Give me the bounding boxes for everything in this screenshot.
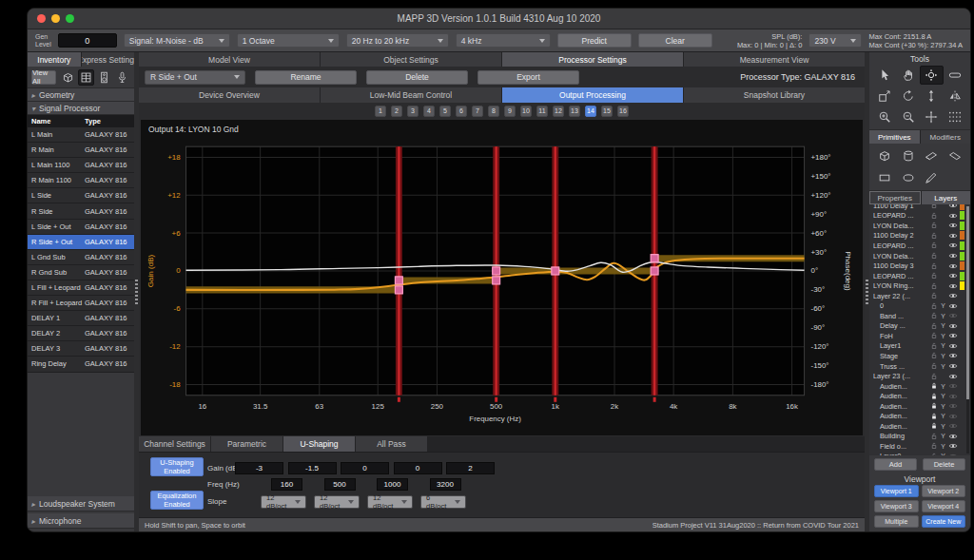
table-row-l-side-out[interactable]: L Side + OutGALAXY 816 xyxy=(28,220,134,235)
lock-open-icon[interactable] xyxy=(929,292,939,299)
output-button-6[interactable]: 6 xyxy=(456,106,467,117)
eye-icon[interactable] xyxy=(947,204,959,210)
output-button-11[interactable]: 11 xyxy=(536,106,548,117)
eye-icon[interactable] xyxy=(947,321,959,331)
eye-icon[interactable] xyxy=(947,331,959,340)
rectangle-primitive-button[interactable] xyxy=(873,168,897,187)
slope-dropdown-3[interactable]: 12 dB/oct xyxy=(367,495,413,509)
table-row-l-side[interactable]: L SideGALAXY 816 xyxy=(28,188,134,203)
eye-icon[interactable] xyxy=(947,421,959,431)
microphone-filter-button[interactable] xyxy=(114,69,130,86)
tab-device-overview[interactable]: Device Overview xyxy=(139,87,320,103)
scale-tool-button[interactable] xyxy=(873,87,897,106)
layer-row-leopard[interactable]: LEOPARD ... xyxy=(869,241,965,251)
delete-layer-button[interactable]: Delete xyxy=(923,458,965,471)
orbit-tool-button[interactable] xyxy=(920,66,944,85)
move-tool-button[interactable] xyxy=(920,107,944,126)
layer-row-1100-delay-3[interactable]: 1100 Delay 3 xyxy=(869,261,965,271)
layer-row-layer1[interactable]: Layer1Y xyxy=(869,341,965,352)
eye-icon[interactable] xyxy=(947,211,959,221)
layer-row-lyon-ring[interactable]: LYON Ring... xyxy=(869,280,965,291)
layer-row-building[interactable]: BuildingY xyxy=(869,432,965,442)
freq-input-3[interactable]: 1000 xyxy=(377,478,408,491)
eye-icon[interactable] xyxy=(947,341,959,351)
table-row-ring-delay[interactable]: Ring DelayGALAXY 816 xyxy=(28,357,134,372)
lock-open-icon[interactable] xyxy=(929,442,939,450)
eye-icon[interactable] xyxy=(947,432,959,441)
lock-open-icon[interactable] xyxy=(929,212,939,220)
eye-icon[interactable] xyxy=(947,241,959,250)
slope-dropdown-2[interactable]: 12 dB/oct xyxy=(314,495,360,509)
lock-open-icon[interactable] xyxy=(929,241,939,249)
layer-row-delay[interactable]: Delay ...Y xyxy=(869,321,965,332)
eq-handle[interactable] xyxy=(651,267,658,275)
tab-all-pass[interactable]: All Pass xyxy=(356,436,427,452)
output-button-5[interactable]: 5 xyxy=(439,106,451,117)
tab-inventory[interactable]: Inventory xyxy=(28,52,81,67)
table-row-l-gnd-sub[interactable]: L Gnd SubGALAXY 816 xyxy=(28,250,134,265)
section-loudspeaker-system[interactable]: Loudspeaker System xyxy=(28,496,134,512)
viewport-button-1[interactable]: Viewport 1 xyxy=(874,485,919,497)
export-button[interactable]: Export xyxy=(477,70,579,85)
layer-row-lyon-dela[interactable]: LYON Dela... xyxy=(869,251,965,261)
slope-dropdown-1[interactable]: 12 dB/oct xyxy=(261,495,306,509)
tab-measurement-view[interactable]: Measurement View xyxy=(684,52,865,67)
gain-input-1[interactable]: -3 xyxy=(235,462,283,474)
slope-dropdown-4[interactable]: 6 dB/oct xyxy=(420,495,466,509)
layer-row-leopard[interactable]: LEOPARD ... xyxy=(869,271,965,281)
cube-primitive-button[interactable] xyxy=(873,146,897,165)
lock-open-icon[interactable] xyxy=(929,282,939,290)
lock-closed-icon[interactable] xyxy=(929,422,939,430)
lock-closed-icon[interactable] xyxy=(929,413,939,420)
tab-model-view[interactable]: Model View xyxy=(139,52,320,67)
layer-row-field-o[interactable]: Field o...Y xyxy=(869,441,965,452)
ellipse-primitive-button[interactable] xyxy=(897,168,921,187)
eye-icon[interactable] xyxy=(947,261,959,271)
gain-input-5[interactable]: 2 xyxy=(446,462,495,474)
gain-input-4[interactable]: 0 xyxy=(394,462,442,474)
octave-dropdown[interactable]: 1 Octave xyxy=(237,33,340,48)
section-signal-processor[interactable]: Signal Processor xyxy=(28,102,134,115)
tab-output-processing[interactable]: Output Processing xyxy=(502,87,683,103)
table-row-r-main-1100[interactable]: R Main 1100GALAXY 816 xyxy=(28,173,134,188)
tab-modifiers[interactable]: Modifiers xyxy=(921,130,971,144)
equalization-enabled-toggle[interactable]: Equalization Enabled xyxy=(150,491,204,510)
lock-open-icon[interactable] xyxy=(929,204,939,209)
lock-open-icon[interactable] xyxy=(929,362,939,370)
output-button-12[interactable]: 12 xyxy=(553,106,564,117)
lock-closed-icon[interactable] xyxy=(929,382,939,390)
tab-low-mid-beam-control[interactable]: Low-Mid Beam Control xyxy=(321,87,501,103)
eye-icon[interactable] xyxy=(947,401,959,411)
output-button-14[interactable]: 14 xyxy=(585,106,596,117)
layer-row-stage[interactable]: StageY xyxy=(869,351,965,361)
layers-scrollbar[interactable] xyxy=(966,206,969,454)
predict-button[interactable]: Predict xyxy=(557,33,632,48)
eye-icon[interactable] xyxy=(947,271,959,280)
eye-icon[interactable] xyxy=(947,311,959,320)
pencil-primitive-button[interactable] xyxy=(920,168,944,187)
layer-row-audien[interactable]: Audien...Y xyxy=(869,381,965,392)
layer-row-foh[interactable]: FoHY xyxy=(869,331,965,341)
eye-icon[interactable] xyxy=(947,412,959,421)
eye-icon[interactable] xyxy=(947,441,959,451)
layer-row-lyon-dela[interactable]: LYON Dela... xyxy=(869,221,965,231)
lock-open-icon[interactable] xyxy=(929,433,939,440)
eye-icon[interactable] xyxy=(947,372,959,381)
pointer-tool-button[interactable] xyxy=(873,66,897,85)
tab-layers[interactable]: Layers xyxy=(922,191,971,204)
lock-open-icon[interactable] xyxy=(929,322,939,330)
output-button-13[interactable]: 13 xyxy=(569,106,580,117)
eq-handle[interactable] xyxy=(493,277,500,284)
layer-row-truss[interactable]: Truss ...Y xyxy=(869,361,965,372)
freq-input-1[interactable]: 160 xyxy=(271,478,302,491)
zoom-out-tool-button[interactable] xyxy=(897,107,921,126)
eye-icon[interactable] xyxy=(947,221,959,230)
table-row-r-fill-leopard[interactable]: R Fill + LeopardGALAXY 816 xyxy=(28,296,134,311)
table-row-r-gnd-sub[interactable]: R Gnd SubGALAXY 816 xyxy=(28,265,134,280)
eye-icon[interactable] xyxy=(947,452,959,455)
section-geometry[interactable]: Geometry xyxy=(28,88,134,102)
measure-tool-button[interactable] xyxy=(944,66,967,85)
layer-row-0[interactable]: 0Y xyxy=(869,300,965,311)
lock-open-icon[interactable] xyxy=(929,332,939,339)
table-row-l-main-1100[interactable]: L Main 1100GALAXY 816 xyxy=(28,158,134,173)
